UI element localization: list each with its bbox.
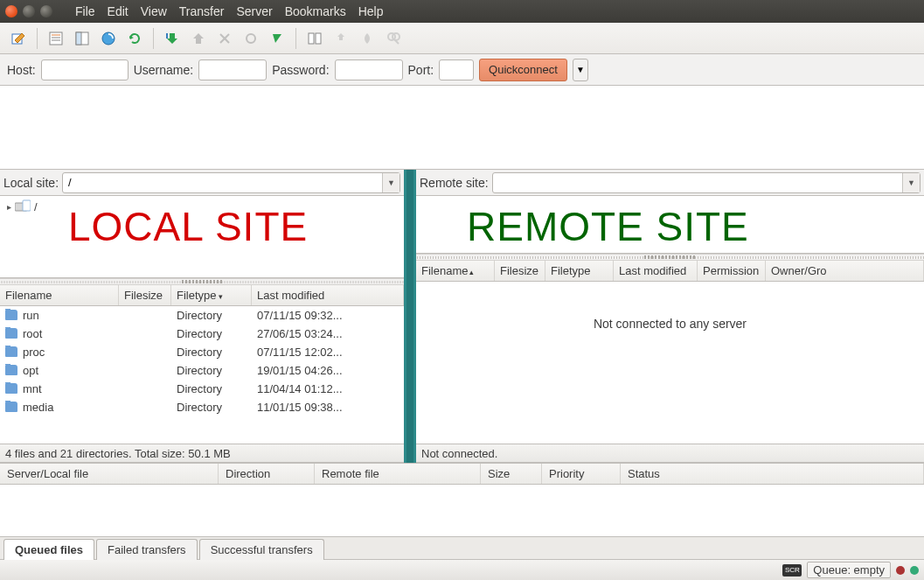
- horizontal-splitter[interactable]: [416, 254, 924, 261]
- file-type: Directory: [171, 401, 252, 414]
- remote-file-list[interactable]: Not connected to any server: [416, 282, 924, 444]
- col-modified[interactable]: Last modified: [614, 261, 698, 281]
- refresh-button[interactable]: [123, 27, 146, 50]
- col-filename[interactable]: Filename▴: [416, 261, 495, 281]
- svg-rect-12: [316, 33, 321, 44]
- col-filesize[interactable]: Filesize: [495, 261, 545, 281]
- file-type: Directory: [171, 309, 252, 322]
- password-label: Password:: [272, 63, 329, 77]
- col-direction[interactable]: Direction: [219, 464, 315, 484]
- col-priority[interactable]: Priority: [542, 464, 621, 484]
- disconnect-button[interactable]: [213, 27, 236, 50]
- search-button[interactable]: [356, 27, 379, 50]
- col-server[interactable]: Server/Local file: [0, 464, 219, 484]
- menu-help[interactable]: Help: [358, 4, 384, 18]
- local-pane: Local site: ▼ ▸ / LOCAL SITE Filename Fi…: [0, 170, 404, 463]
- file-name: root: [23, 327, 42, 340]
- menu-transfer[interactable]: Transfer: [179, 4, 225, 18]
- tab-queued-files[interactable]: Queued files: [3, 539, 94, 560]
- local-status: 4 files and 21 directories. Total size: …: [0, 444, 404, 463]
- col-size[interactable]: Size: [481, 464, 542, 484]
- chevron-down-icon[interactable]: ▼: [382, 173, 399, 192]
- remote-status: Not connected.: [416, 444, 924, 463]
- file-name: opt: [23, 364, 38, 377]
- menu-server[interactable]: Server: [236, 4, 272, 18]
- vertical-splitter[interactable]: [404, 170, 416, 463]
- chevron-down-icon[interactable]: ▼: [902, 173, 920, 192]
- remote-site-label: Remote site:: [420, 176, 489, 190]
- col-filetype[interactable]: Filetype: [545, 261, 614, 281]
- col-filetype[interactable]: Filetype▾: [171, 285, 252, 305]
- window-close-button[interactable]: [5, 5, 17, 17]
- process-queue-button[interactable]: [161, 27, 184, 50]
- local-path-input[interactable]: [63, 173, 382, 192]
- file-row[interactable]: procDirectory07/11/15 12:02...: [0, 343, 404, 361]
- menu-view[interactable]: View: [141, 4, 167, 18]
- expand-icon[interactable]: ▸: [7, 202, 11, 212]
- col-remote[interactable]: Remote file: [315, 464, 481, 484]
- file-type: Directory: [171, 382, 252, 395]
- reconnect-button[interactable]: [240, 27, 262, 50]
- file-row[interactable]: rootDirectory27/06/15 03:24...: [0, 325, 404, 343]
- file-row[interactable]: mediaDirectory11/01/15 09:38...: [0, 398, 404, 416]
- username-input[interactable]: [198, 59, 267, 80]
- tab-successful-transfers[interactable]: Successful transfers: [199, 539, 324, 560]
- file-name: run: [23, 309, 39, 322]
- remote-pane: Remote site: ▼ REMOTE SITE Filename▴ Fil…: [416, 170, 924, 463]
- file-row[interactable]: mntDirectory11/04/14 01:12...: [0, 380, 404, 398]
- site-manager-button[interactable]: [7, 27, 30, 50]
- local-site-label: Local site:: [3, 176, 59, 190]
- folder-icon: [5, 365, 17, 375]
- tree-item-root[interactable]: ▸ /: [0, 196, 404, 218]
- local-tree[interactable]: ▸ / LOCAL SITE: [0, 196, 404, 278]
- col-filename[interactable]: Filename: [0, 285, 119, 305]
- folder-icon: [5, 402, 17, 412]
- toggle-queue-button[interactable]: [97, 27, 120, 50]
- menu-file[interactable]: File: [75, 4, 95, 18]
- sync-browse-button[interactable]: [330, 27, 352, 50]
- message-log[interactable]: [0, 86, 924, 170]
- local-file-list[interactable]: runDirectory07/11/15 09:32...rootDirecto…: [0, 306, 404, 444]
- window-minimize-button[interactable]: [23, 5, 35, 17]
- remote-tree[interactable]: REMOTE SITE: [416, 196, 924, 254]
- window-maximize-button[interactable]: [40, 5, 52, 17]
- file-modified: 11/04/14 01:12...: [252, 382, 404, 395]
- col-status[interactable]: Status: [621, 464, 924, 484]
- port-label: Port:: [408, 63, 434, 77]
- cancel-button[interactable]: [187, 27, 210, 50]
- file-row[interactable]: optDirectory19/01/15 04:26...: [0, 361, 404, 380]
- svg-rect-11: [309, 33, 314, 44]
- compare-button[interactable]: [303, 27, 326, 50]
- horizontal-splitter[interactable]: [0, 278, 404, 285]
- menu-bookmarks[interactable]: Bookmarks: [285, 4, 346, 18]
- col-modified[interactable]: Last modified: [252, 285, 404, 305]
- menu-edit[interactable]: Edit: [108, 4, 129, 18]
- col-owner[interactable]: Owner/Gro: [766, 261, 924, 281]
- remote-path-input[interactable]: [493, 173, 902, 192]
- remote-empty-message: Not connected to any server: [416, 282, 924, 331]
- file-modified: 07/11/15 12:02...: [252, 346, 404, 359]
- svg-rect-17: [23, 200, 31, 211]
- col-permission[interactable]: Permission: [698, 261, 766, 281]
- folder-icon: [5, 346, 17, 357]
- port-input[interactable]: [439, 59, 474, 80]
- find-button[interactable]: [382, 27, 405, 50]
- toggle-log-button[interactable]: [45, 27, 67, 50]
- filter-button[interactable]: [266, 27, 288, 50]
- local-column-header: Filename Filesize Filetype▾ Last modifie…: [0, 285, 404, 306]
- remote-path-combo[interactable]: ▼: [492, 172, 921, 193]
- local-site-row: Local site: ▼: [0, 170, 404, 196]
- col-filesize[interactable]: Filesize: [119, 285, 171, 305]
- quickconnect-button[interactable]: Quickconnect: [479, 59, 567, 81]
- host-input[interactable]: [41, 59, 129, 80]
- file-row[interactable]: runDirectory07/11/15 09:32...: [0, 306, 404, 325]
- local-path-combo[interactable]: ▼: [62, 172, 400, 193]
- tab-failed-transfers[interactable]: Failed transfers: [96, 539, 198, 560]
- toggle-tree-button[interactable]: [71, 27, 94, 50]
- title-bar: File Edit View Transfer Server Bookmarks…: [0, 0, 924, 23]
- toolbar-separator: [295, 28, 296, 49]
- password-input[interactable]: [335, 59, 403, 80]
- queue-list[interactable]: [0, 485, 924, 536]
- indicator-dot-red: [896, 566, 905, 575]
- quickconnect-history-dropdown[interactable]: ▼: [573, 59, 588, 81]
